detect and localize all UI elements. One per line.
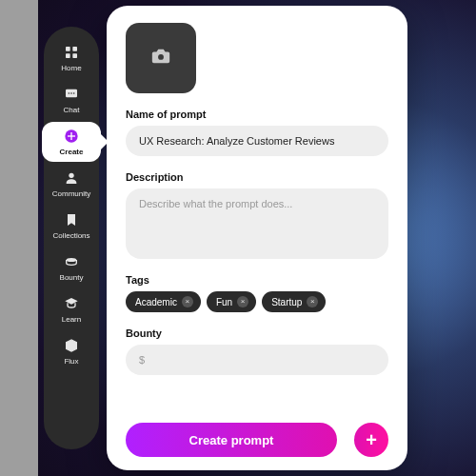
tag-chip[interactable]: Fun × <box>207 291 256 312</box>
coin-icon <box>63 253 80 270</box>
bounty-input[interactable] <box>126 345 388 375</box>
plus-icon: + <box>366 429 377 451</box>
description-input[interactable] <box>126 188 388 259</box>
bounty-label: Bounty <box>126 327 388 339</box>
svg-rect-0 <box>66 47 70 51</box>
svg-point-12 <box>67 258 77 262</box>
cube-icon <box>63 337 80 354</box>
community-icon <box>63 169 80 187</box>
svg-point-13 <box>158 54 164 60</box>
description-label: Description <box>126 171 388 183</box>
sidebar-item-label: Community <box>52 189 90 198</box>
tags-label: Tags <box>126 274 388 286</box>
svg-rect-1 <box>72 47 77 51</box>
sidebar-item-home[interactable]: Home <box>44 44 99 72</box>
close-icon[interactable]: × <box>182 296 193 307</box>
name-input[interactable] <box>126 126 388 156</box>
svg-point-6 <box>70 92 72 94</box>
name-label: Name of prompt <box>126 109 388 120</box>
sidebar-item-collections[interactable]: Collections <box>44 211 99 240</box>
tag-label: Academic <box>135 297 177 307</box>
svg-point-11 <box>69 173 73 178</box>
sidebar-item-create[interactable]: Create <box>44 128 99 156</box>
add-button[interactable]: + <box>354 423 388 457</box>
camera-icon <box>150 46 171 70</box>
create-prompt-card: Name of prompt Description Tags Academic… <box>107 6 407 470</box>
close-icon[interactable]: × <box>307 296 318 307</box>
sidebar-item-label: Create <box>60 148 84 156</box>
sidebar-item-label: Learn <box>62 315 81 324</box>
svg-rect-2 <box>66 53 70 58</box>
sidebar-item-chat[interactable]: Chat <box>44 86 99 114</box>
tag-label: Startup <box>271 297 302 307</box>
sidebar-item-bounty[interactable]: Bounty <box>44 253 99 282</box>
chat-icon <box>63 86 80 103</box>
create-prompt-button[interactable]: Create prompt <box>126 423 337 457</box>
app-gutter <box>0 0 38 476</box>
home-icon <box>63 44 80 61</box>
svg-rect-10 <box>68 135 75 136</box>
sidebar-item-label: Bounty <box>60 273 84 282</box>
svg-point-7 <box>73 92 75 94</box>
sidebar-item-label: Home <box>61 64 81 72</box>
graduation-cap-icon <box>63 295 80 312</box>
tag-chip[interactable]: Startup × <box>262 291 326 312</box>
sidebar: Home Chat Create Community Collections B… <box>44 27 99 449</box>
thumbnail-upload[interactable] <box>126 23 196 93</box>
tag-label: Fun <box>216 297 232 307</box>
plus-circle-icon <box>63 128 80 145</box>
sidebar-item-flux[interactable]: Flux <box>44 337 99 366</box>
tags-container: Academic × Fun × Startup × <box>126 291 388 312</box>
sidebar-item-label: Chat <box>64 106 80 114</box>
svg-point-5 <box>69 92 70 94</box>
sidebar-item-community[interactable]: Community <box>44 169 99 198</box>
tag-chip[interactable]: Academic × <box>126 291 201 312</box>
sidebar-item-learn[interactable]: Learn <box>44 295 99 324</box>
close-icon[interactable]: × <box>237 296 248 307</box>
sidebar-item-label: Flux <box>64 357 78 366</box>
svg-rect-3 <box>72 53 77 58</box>
cta-row: Create prompt + <box>126 423 388 457</box>
sidebar-item-label: Collections <box>52 231 89 240</box>
bookmark-icon <box>63 211 80 228</box>
cta-divider <box>343 423 348 457</box>
